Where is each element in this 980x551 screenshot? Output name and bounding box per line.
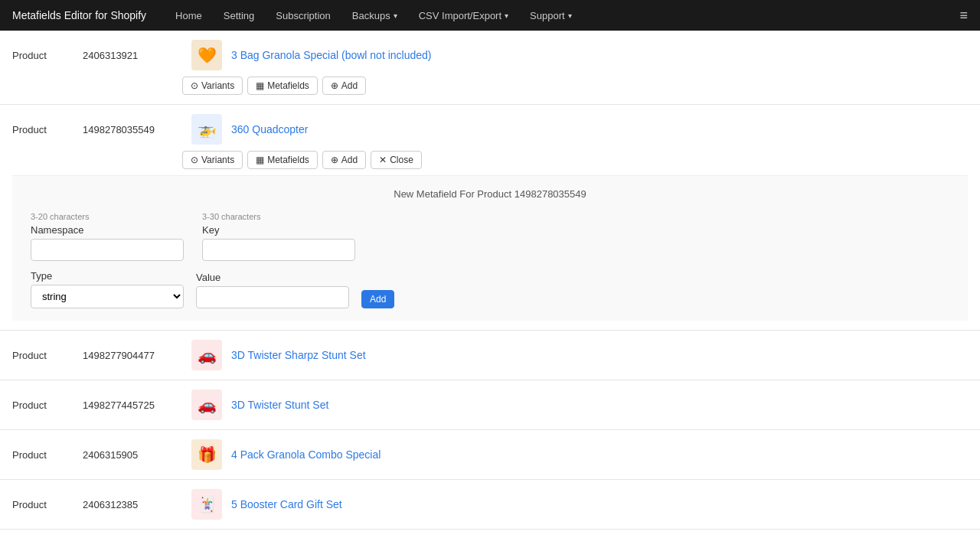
product-type-6: Product [12,499,74,510]
metafields-button-2[interactable]: ▦ Metafields [247,151,318,169]
product-name-link-2[interactable]: 360 Quadcopter [231,123,308,135]
product-id-2: 1498278035549 [83,124,182,135]
product-row-3: Product 1498277904477 🚗 3D Twister Sharp… [0,331,980,380]
metafields-icon-2: ▦ [256,155,264,165]
variants-button-1[interactable]: ⊙ Variants [182,77,243,95]
value-group: Value [196,272,349,308]
key-input[interactable] [202,239,355,261]
metafields-icon-1: ▦ [256,80,264,91]
csv-dropdown-icon: ▾ [505,11,508,20]
product-main-2: Product 1498278035549 🚁 360 Quadcopter [12,114,968,145]
product-main-4: Product 1498277445725 🚗 3D Twister Stunt… [12,390,968,420]
product-row-1: Product 2406313921 🧡 3 Bag Granola Speci… [0,31,980,105]
metafields-button-1[interactable]: ▦ Metafields [247,77,318,95]
product-thumb-2: 🚁 [191,114,222,145]
namespace-hint: 3-20 characters [31,212,184,221]
product-row-4: Product 1498277445725 🚗 3D Twister Stunt… [0,380,980,430]
product-name-link-6[interactable]: 5 Booster Card Gift Set [231,498,342,510]
namespace-group: 3-20 characters Namespace [31,212,184,261]
product-thumb-4: 🚗 [191,390,222,420]
key-label: Key [202,224,355,236]
product-type-1: Product [12,50,74,61]
nav-backups[interactable]: Backups ▾ [341,0,408,31]
product-id-5: 2406315905 [83,449,182,461]
add-button-1[interactable]: ⊕ Add [322,77,366,95]
product-type-2: Product [12,124,74,135]
product-name-link-3[interactable]: 3D Twister Sharpz Stunt Set [231,349,366,361]
product-thumb-1: 🧡 [191,40,222,70]
navbar-menu-icon[interactable]: ≡ [959,8,968,24]
navbar-brand: Metafields Editor for Shopify [12,9,146,21]
product-main-6: Product 2406312385 🃏 5 Booster Card Gift… [12,489,968,520]
navbar: Metafields Editor for Shopify Home Setti… [0,0,980,31]
product-thumb-3: 🚗 [191,340,222,370]
close-icon-2: ✕ [379,155,387,165]
type-select[interactable]: string integer json_string boolean [31,285,184,308]
nav-setting[interactable]: Setting [213,0,265,31]
add-icon-1: ⊕ [331,80,338,91]
key-group: 3-30 characters Key [202,212,355,261]
product-type-5: Product [12,449,74,461]
nav-csv[interactable]: CSV Import/Export ▾ [408,0,519,31]
action-buttons-1: ⊙ Variants ▦ Metafields ⊕ Add [182,77,968,95]
nav-home[interactable]: Home [165,0,213,31]
nav-subscription[interactable]: Subscription [265,0,341,31]
nav-support[interactable]: Support ▾ [519,0,583,31]
product-row-2: Product 1498278035549 🚁 360 Quadcopter ⊙… [0,105,980,331]
product-id-1: 2406313921 [83,50,182,61]
product-name-link-1[interactable]: 3 Bag Granola Special (bowl not included… [231,49,432,61]
navbar-nav: Home Setting Subscription Backups ▾ CSV … [165,0,959,31]
product-main-5: Product 2406315905 🎁 4 Pack Granola Comb… [12,439,968,470]
product-row-5: Product 2406315905 🎁 4 Pack Granola Comb… [0,430,980,480]
form-row-1: 3-20 characters Namespace 3-30 character… [31,212,949,261]
form-add-button[interactable]: Add [361,290,394,308]
add-button-2[interactable]: ⊕ Add [322,151,366,169]
product-id-3: 1498277904477 [83,350,182,361]
namespace-input[interactable] [31,239,184,261]
product-type-4: Product [12,399,74,411]
variants-icon-1: ⊙ [191,80,198,91]
add-icon-2: ⊕ [331,155,338,165]
close-button-2[interactable]: ✕ Close [371,151,422,169]
product-type-3: Product [12,350,74,361]
support-dropdown-icon: ▾ [568,11,572,20]
value-label: Value [196,272,349,283]
key-hint: 3-30 characters [202,212,355,221]
form-title: New Metafield For Product 1498278035549 [31,188,949,200]
product-main-3: Product 1498277904477 🚗 3D Twister Sharp… [12,340,968,370]
product-thumb-5: 🎁 [191,439,222,470]
variants-button-2[interactable]: ⊙ Variants [182,151,243,169]
type-label: Type [31,270,184,282]
product-main-1: Product 2406313921 🧡 3 Bag Granola Speci… [12,40,968,70]
product-id-4: 1498277445725 [83,399,182,411]
variants-icon-2: ⊙ [191,155,198,165]
product-thumb-6: 🃏 [191,489,222,520]
namespace-label: Namespace [31,224,184,236]
type-group: Type string integer json_string boolean [31,270,184,308]
backups-dropdown-icon: ▾ [394,11,397,20]
value-input[interactable] [196,286,349,308]
product-name-link-5[interactable]: 4 Pack Granola Combo Special [231,448,381,461]
product-row-6: Product 2406312385 🃏 5 Booster Card Gift… [0,480,980,530]
form-add-row: Type string integer json_string boolean … [31,270,949,308]
product-id-6: 2406312385 [83,499,182,510]
product-name-link-4[interactable]: 3D Twister Stunt Set [231,399,328,411]
expanded-form: New Metafield For Product 1498278035549 … [12,175,968,321]
action-buttons-2: ⊙ Variants ▦ Metafields ⊕ Add ✕ Close [182,151,968,169]
content: Product 2406313921 🧡 3 Bag Granola Speci… [0,31,980,530]
